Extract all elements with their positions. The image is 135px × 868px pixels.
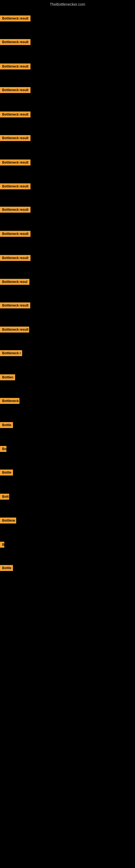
bottleneck-result-badge: Bottleneck result xyxy=(0,207,31,213)
bottleneck-result-badge: Bottleneck r xyxy=(0,350,22,356)
bottleneck-result-badge: Bottleneck result xyxy=(0,231,31,237)
bottleneck-result-badge: Bottleneck result xyxy=(0,255,31,261)
bottleneck-result-badge: Bottleneck result xyxy=(0,327,29,333)
bottleneck-result-badge: Bottle xyxy=(0,469,13,475)
bottleneck-result-badge: Bottleneck result xyxy=(0,112,31,118)
bottleneck-result-badge: Bottleneck result xyxy=(0,183,31,189)
bottleneck-result-badge: Bottleneck resul xyxy=(0,279,30,285)
bottleneck-result-badge: Bottleneck result xyxy=(0,87,31,93)
bottleneck-result-badge: Bottlene xyxy=(0,518,16,524)
bottleneck-result-badge: Bottle xyxy=(0,422,13,428)
bottleneck-result-badge: Bottleneck result xyxy=(0,303,30,308)
bottleneck-result-badge: Bottleneck xyxy=(0,398,19,404)
bottleneck-result-badge: Bott xyxy=(0,494,9,500)
bottleneck-result-badge: Bottleneck result xyxy=(0,16,31,22)
bottleneck-result-badge: Bo xyxy=(0,446,6,452)
bottleneck-result-badge: Bottleneck result xyxy=(0,63,31,69)
bottleneck-result-badge: Bottleneck result xyxy=(0,135,31,141)
bottleneck-result-badge: Bottleneck result xyxy=(0,159,31,165)
bottleneck-result-badge: Bottlen xyxy=(0,374,15,380)
bottleneck-result-badge: B xyxy=(0,542,4,548)
bottleneck-result-badge: Bottleneck result xyxy=(0,39,31,45)
bottleneck-result-badge: Bottle xyxy=(0,565,13,571)
